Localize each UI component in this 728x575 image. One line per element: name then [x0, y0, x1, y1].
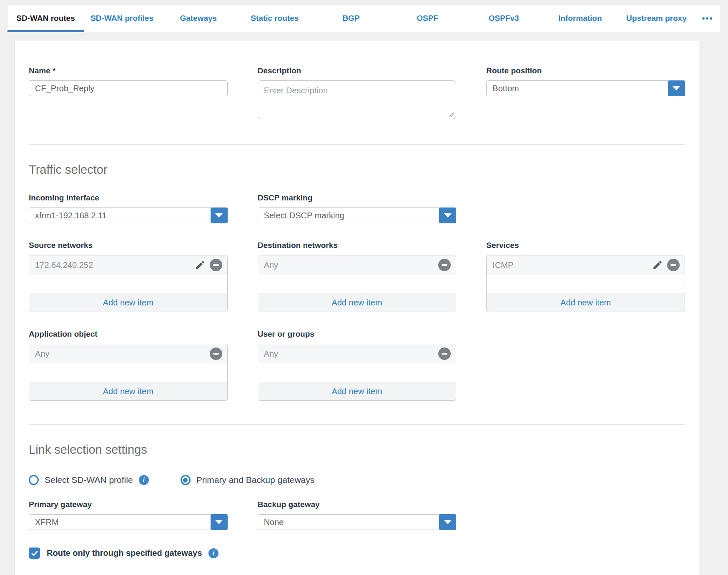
backup-gateway-label: Backup gateway	[258, 500, 457, 509]
radio-icon[interactable]	[181, 475, 191, 485]
incoming-interface-label: Incoming interface	[29, 193, 228, 202]
tab-ospfv3[interactable]: OSPFv3	[466, 5, 542, 32]
remove-item-icon[interactable]	[210, 259, 222, 271]
services-group: Services ICMP Add new item	[486, 241, 685, 312]
user-or-groups-group: User or groups Any Add new item	[258, 330, 457, 401]
route-only-label: Route only through specified gateways	[47, 548, 202, 558]
incoming-interface-select[interactable]: xfrm1-192.168.2.11	[29, 208, 228, 223]
tab-gateways[interactable]: Gateways	[160, 5, 236, 32]
description-field-group: Description	[258, 66, 457, 121]
more-tabs-icon[interactable]: •••	[695, 5, 720, 32]
list-item: Any	[258, 344, 456, 363]
chevron-down-icon[interactable]	[211, 208, 228, 223]
route-position-label: Route position	[486, 66, 685, 75]
radio-label: Select SD-WAN profile	[45, 475, 133, 485]
chevron-down-icon[interactable]	[439, 208, 456, 223]
dscp-marking-group: DSCP marking Select DSCP marking	[258, 193, 457, 223]
tab-information[interactable]: Information	[542, 5, 618, 32]
tab-bar: SD-WAN routes SD-WAN profiles Gateways S…	[7, 5, 721, 32]
tab-sdwan-routes[interactable]: SD-WAN routes	[8, 5, 84, 32]
source-networks-group: Source networks 172.64.240.252 Add new i…	[29, 241, 228, 312]
add-new-item-button[interactable]: Add new item	[29, 382, 227, 400]
info-icon[interactable]: i	[208, 548, 218, 558]
route-position-value: Bottom	[492, 84, 519, 93]
description-label: Description	[258, 66, 457, 75]
add-new-item-button[interactable]: Add new item	[487, 293, 685, 312]
services-list: ICMP Add new item	[486, 255, 685, 312]
list-item-value: Any	[264, 349, 439, 359]
remove-item-icon[interactable]	[438, 259, 451, 271]
radio-label: Primary and Backup gateways	[196, 475, 315, 485]
application-object-list: Any Add new item	[29, 344, 228, 401]
primary-gateway-group: Primary gateway XFRM	[29, 500, 228, 530]
info-icon[interactable]: i	[139, 475, 149, 485]
remove-item-icon[interactable]	[438, 348, 451, 360]
backup-gateway-value: None	[264, 518, 284, 527]
application-object-label: Application object	[29, 330, 228, 339]
remove-item-icon[interactable]	[667, 259, 680, 271]
traffic-selector-title: Traffic selector	[29, 163, 685, 177]
dscp-marking-label: DSCP marking	[258, 193, 457, 202]
list-item-value: Any	[264, 260, 439, 270]
tab-sdwan-profiles[interactable]: SD-WAN profiles	[84, 5, 160, 32]
description-textarea[interactable]	[258, 80, 457, 119]
list-item-value: ICMP	[492, 260, 652, 270]
name-field-group: Name *	[29, 66, 228, 121]
route-position-group: Route position Bottom	[486, 66, 685, 121]
list-item: 172.64.240.252	[29, 255, 227, 275]
radio-icon[interactable]	[29, 475, 39, 485]
backup-gateway-group: Backup gateway None	[258, 500, 457, 530]
destination-networks-group: Destination networks Any Add new item	[258, 241, 457, 312]
incoming-interface-value: xfrm1-192.168.2.11	[35, 211, 107, 220]
name-input[interactable]	[29, 80, 228, 96]
application-object-group: Application object Any Add new item	[29, 330, 228, 401]
radio-select-sdwan-profile[interactable]: Select SD-WAN profile	[29, 475, 133, 485]
edit-pencil-icon[interactable]	[195, 260, 206, 270]
services-label: Services	[486, 241, 685, 250]
chevron-down-icon[interactable]	[439, 514, 456, 530]
tab-bgp[interactable]: BGP	[313, 5, 389, 32]
section-divider	[29, 424, 685, 425]
edit-pencil-icon[interactable]	[652, 260, 663, 270]
list-item: ICMP	[487, 255, 685, 275]
section-divider	[29, 144, 685, 145]
source-networks-label: Source networks	[29, 241, 228, 250]
route-position-select[interactable]: Bottom	[486, 80, 685, 96]
chevron-down-icon[interactable]	[211, 514, 228, 530]
add-new-item-button[interactable]: Add new item	[29, 293, 227, 312]
user-or-groups-list: Any Add new item	[258, 344, 457, 401]
tab-upstream-proxy[interactable]: Upstream proxy	[618, 5, 695, 32]
add-new-item-button[interactable]: Add new item	[258, 293, 456, 312]
primary-gateway-value: XFRM	[35, 518, 59, 527]
destination-networks-label: Destination networks	[258, 241, 457, 250]
remove-item-icon[interactable]	[210, 348, 222, 360]
list-item: Any	[29, 344, 227, 363]
list-item-value: Any	[35, 349, 210, 359]
primary-gateway-label: Primary gateway	[29, 500, 228, 509]
tab-static-routes[interactable]: Static routes	[236, 5, 313, 32]
list-item-value: 172.64.240.252	[35, 260, 195, 270]
source-networks-list: 172.64.240.252 Add new item	[29, 255, 228, 312]
list-item: Any	[258, 255, 456, 275]
name-label: Name *	[29, 66, 228, 75]
radio-primary-backup-gateways[interactable]: Primary and Backup gateways	[181, 475, 315, 485]
tab-ospf[interactable]: OSPF	[389, 5, 466, 32]
add-new-item-button[interactable]: Add new item	[258, 382, 456, 400]
dscp-marking-value: Select DSCP marking	[264, 211, 344, 220]
sdwan-route-form: Name * Description Route position Bottom…	[15, 41, 699, 575]
chevron-down-icon[interactable]	[668, 80, 685, 96]
link-selection-title: Link selection settings	[29, 443, 685, 457]
primary-gateway-select[interactable]: XFRM	[29, 514, 228, 530]
dscp-marking-select[interactable]: Select DSCP marking	[258, 208, 457, 223]
user-or-groups-label: User or groups	[258, 330, 457, 339]
destination-networks-list: Any Add new item	[258, 255, 457, 312]
incoming-interface-group: Incoming interface xfrm1-192.168.2.11	[29, 193, 228, 223]
route-only-checkbox[interactable]	[29, 548, 40, 559]
backup-gateway-select[interactable]: None	[258, 514, 457, 530]
